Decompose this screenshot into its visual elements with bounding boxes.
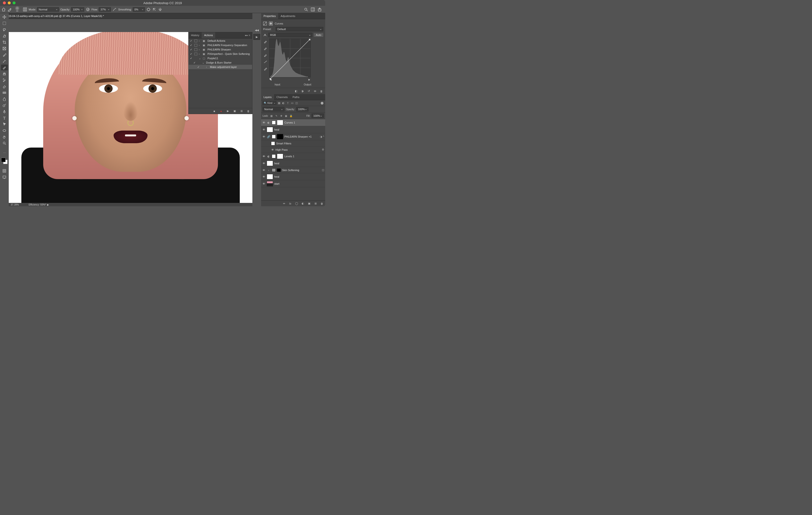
layer-row[interactable]: 👁›Skin Softening◫ bbox=[261, 167, 325, 173]
tab-properties[interactable]: Properties bbox=[261, 13, 278, 19]
hand-tool[interactable] bbox=[1, 134, 8, 140]
action-row[interactable]: ✓⌄Dodge & Burn Starter bbox=[188, 60, 252, 65]
eraser-tool[interactable] bbox=[1, 84, 8, 89]
tab-paths[interactable]: Paths bbox=[290, 94, 302, 100]
expand-dock-button[interactable]: ◀◀ bbox=[253, 27, 260, 33]
layer-thumb[interactable] bbox=[267, 174, 273, 179]
smart-thumb[interactable] bbox=[277, 134, 283, 139]
symmetry-button[interactable] bbox=[158, 7, 162, 12]
action-set-row[interactable]: ✓⌄▢Purple11 bbox=[188, 56, 252, 60]
layer-row[interactable]: 👁start bbox=[261, 180, 325, 188]
filter-adj-icon[interactable]: ◐ bbox=[282, 102, 285, 105]
visibility-toggle[interactable]: 👁 bbox=[262, 175, 265, 178]
lock-position-button[interactable]: ✥ bbox=[280, 114, 283, 117]
filter-type-icon[interactable]: T bbox=[286, 102, 290, 105]
filter-shape-icon[interactable]: ▭ bbox=[290, 102, 294, 105]
quick-mask-button[interactable] bbox=[1, 168, 8, 174]
tool-preset-picker[interactable] bbox=[7, 7, 12, 12]
record-button[interactable]: ● bbox=[219, 109, 223, 113]
smoothing-dropdown[interactable]: 0% bbox=[133, 7, 145, 12]
zoom-tool[interactable] bbox=[1, 140, 8, 146]
visibility-toggle[interactable]: 👁 bbox=[262, 121, 265, 124]
play-action-button[interactable]: ▶ bbox=[253, 34, 260, 40]
new-action-button[interactable]: ⊞ bbox=[239, 109, 243, 113]
search-button[interactable] bbox=[304, 7, 308, 12]
gradient-tool[interactable] bbox=[1, 90, 8, 96]
layer-row[interactable]: 👁heal bbox=[261, 160, 325, 167]
stop-button[interactable]: ■ bbox=[212, 109, 216, 113]
mask-icon[interactable] bbox=[269, 22, 273, 26]
brush-preset-picker[interactable]: 40 bbox=[13, 6, 21, 12]
new-group-button[interactable]: ▣ bbox=[307, 202, 311, 206]
black-point-eyedropper[interactable] bbox=[264, 39, 267, 44]
new-adjustment-button[interactable]: ◐ bbox=[301, 202, 305, 206]
visibility-toggle[interactable]: 👁 bbox=[262, 182, 265, 185]
layer-opacity-dropdown[interactable]: 100% bbox=[296, 107, 309, 111]
clip-to-layer-button[interactable]: ◧ bbox=[294, 89, 298, 93]
color-swatches[interactable] bbox=[1, 158, 7, 164]
new-set-button[interactable]: ▣ bbox=[233, 109, 237, 113]
lock-pixels-button[interactable]: ✎ bbox=[275, 114, 278, 117]
tab-layers[interactable]: Layers bbox=[261, 94, 274, 100]
lock-all-button[interactable]: 🔒 bbox=[289, 114, 293, 117]
action-set-row[interactable]: ✓›▣PHLEARN Sharpen bbox=[188, 47, 252, 52]
action-set-row[interactable]: ✓›▣PiXimperfect - Quick Skin Softening bbox=[188, 52, 252, 56]
collapse-panel-button[interactable]: ▸▸ ≡ bbox=[243, 32, 252, 38]
visibility-toggle[interactable]: 👁 bbox=[271, 148, 274, 151]
clone-stamp-tool[interactable] bbox=[1, 71, 8, 77]
home-button[interactable] bbox=[1, 7, 6, 12]
tab-actions[interactable]: Actions bbox=[202, 32, 215, 38]
play-button[interactable]: ▶ bbox=[226, 109, 230, 113]
pen-tool[interactable] bbox=[1, 109, 8, 115]
layer-row[interactable]: 👁🔗PHLEARN Sharpen +1◑ ^ bbox=[261, 133, 325, 140]
delete-layer-button[interactable]: 🗑 bbox=[320, 202, 324, 206]
healing-brush-tool[interactable] bbox=[1, 58, 8, 64]
link-layers-button[interactable]: ⇔ bbox=[282, 202, 286, 206]
auto-button[interactable]: Auto bbox=[314, 33, 323, 37]
tab-adjustments[interactable]: Adjustments bbox=[278, 13, 298, 19]
delete-adjustment-button[interactable]: 🗑 bbox=[319, 89, 323, 93]
marquee-tool[interactable] bbox=[1, 20, 8, 26]
type-tool[interactable] bbox=[1, 115, 8, 121]
layer-row[interactable]: 👁High Pass⚙ bbox=[261, 147, 325, 153]
layer-thumb[interactable] bbox=[267, 127, 273, 132]
layer-thumb[interactable] bbox=[267, 161, 273, 166]
mask-thumb[interactable] bbox=[277, 154, 283, 159]
targeted-adj-button[interactable] bbox=[263, 33, 267, 37]
brush-angle-button[interactable] bbox=[152, 7, 156, 12]
layer-row[interactable]: 👁heal bbox=[261, 126, 325, 133]
visibility-toggle[interactable]: 👁 bbox=[262, 128, 265, 131]
lock-transparency-button[interactable]: ▦ bbox=[270, 114, 273, 117]
smoothing-options-button[interactable] bbox=[146, 7, 151, 12]
airbrush-button[interactable] bbox=[112, 7, 117, 12]
new-layer-button[interactable]: ⊞ bbox=[314, 202, 317, 206]
history-brush-tool[interactable] bbox=[1, 77, 8, 83]
quick-select-tool[interactable] bbox=[1, 33, 8, 39]
blur-tool[interactable] bbox=[1, 96, 8, 102]
opacity-dropdown[interactable]: 100% bbox=[71, 7, 84, 12]
layer-row[interactable]: Smart Filters bbox=[261, 140, 325, 147]
filter-blending-button[interactable]: ⚙ bbox=[322, 148, 324, 151]
filter-toggle[interactable]: ⬤ bbox=[320, 102, 324, 105]
tab-history[interactable]: History bbox=[188, 32, 202, 38]
dodge-tool[interactable] bbox=[1, 103, 8, 108]
shape-tool[interactable] bbox=[1, 128, 8, 134]
mask-thumb[interactable] bbox=[277, 120, 283, 125]
channel-dropdown[interactable]: RGB bbox=[268, 33, 312, 37]
preset-dropdown[interactable]: Default bbox=[276, 27, 323, 31]
action-step-row[interactable]: ✓›Make adjustment layer bbox=[188, 65, 252, 69]
brush-tool[interactable] bbox=[1, 64, 8, 70]
layer-row[interactable]: 👁◐Curves 1 bbox=[261, 119, 325, 126]
layer-fx-button[interactable]: fx bbox=[288, 202, 292, 206]
delete-action-button[interactable]: 🗑 bbox=[246, 109, 250, 113]
white-point-eyedropper[interactable] bbox=[264, 53, 267, 57]
edit-toolbar-button[interactable]: ⋯ bbox=[1, 150, 8, 156]
curves-graph[interactable] bbox=[269, 38, 311, 78]
action-set-row[interactable]: ✓›▣PHLEARN Frequency Separation bbox=[188, 43, 252, 47]
flow-dropdown[interactable]: 37% bbox=[99, 7, 111, 12]
layer-row[interactable]: 👁◐Levels 1 bbox=[261, 153, 325, 160]
path-select-tool[interactable] bbox=[1, 121, 8, 127]
curve-edit-mode[interactable] bbox=[264, 60, 267, 64]
visibility-toggle[interactable]: 👁 bbox=[262, 162, 265, 165]
view-previous-button[interactable]: ◑ bbox=[300, 89, 304, 93]
